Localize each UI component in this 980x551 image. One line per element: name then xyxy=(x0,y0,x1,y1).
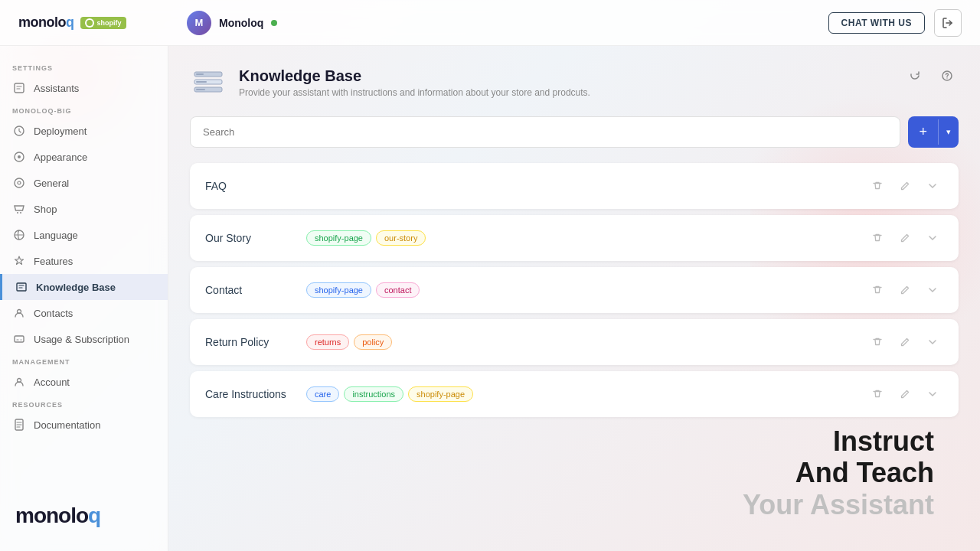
sidebar-item-knowledge-base[interactable]: Knowledge Base xyxy=(0,274,168,300)
shopify-label: shopify xyxy=(97,19,122,27)
expand-our-story-button[interactable] xyxy=(922,227,943,249)
features-icon xyxy=(12,254,26,268)
item-name-care-instructions: Care Instructions xyxy=(205,388,297,400)
svg-point-4 xyxy=(18,155,21,158)
bottom-logo: monoloq xyxy=(15,504,100,528)
tag-shopify-page: shopify-page xyxy=(306,230,371,246)
general-icon xyxy=(12,176,26,190)
delete-care-instructions-button[interactable] xyxy=(867,383,888,405)
sidebar-item-features[interactable]: Features xyxy=(0,248,168,274)
language-icon xyxy=(12,228,26,242)
sidebar-label-features: Features xyxy=(34,256,73,267)
header: monoloq shopify M Monoloq CHAT WITH US xyxy=(0,0,980,46)
sidebar-item-usage-subscription[interactable]: Usage & Subscription xyxy=(0,326,168,352)
exit-icon xyxy=(942,17,954,29)
tag-contact: contact xyxy=(376,282,420,298)
search-row: + ▾ xyxy=(190,116,959,148)
delete-contact-button[interactable] xyxy=(867,279,888,301)
item-actions-return-policy xyxy=(867,331,943,353)
edit-care-instructions-button[interactable] xyxy=(894,383,916,405)
edit-contact-button[interactable] xyxy=(894,279,916,301)
expand-faq-button[interactable] xyxy=(922,175,943,197)
item-name-return-policy: Return Policy xyxy=(205,336,297,348)
sidebar-section-management: MANAGEMENT xyxy=(0,352,168,369)
delete-return-policy-button[interactable] xyxy=(867,331,888,353)
tag-care: care xyxy=(306,386,339,402)
account-icon xyxy=(12,375,26,389)
item-name-contact: Contact xyxy=(205,284,297,296)
svg-rect-19 xyxy=(196,89,205,90)
help-button[interactable] xyxy=(936,64,959,87)
tagline-line2: And Teach xyxy=(743,457,934,488)
edit-faq-button[interactable] xyxy=(894,175,916,197)
refresh-button[interactable] xyxy=(903,64,926,87)
svg-point-5 xyxy=(18,181,21,184)
sidebar-label-assistants: Assistants xyxy=(34,83,79,94)
knowledge-item-return-policy: Return Policy returns policy xyxy=(190,319,959,365)
sidebar-label-account: Account xyxy=(34,377,70,388)
expand-contact-button[interactable] xyxy=(922,279,943,301)
logo-area: monoloq shopify xyxy=(18,15,187,31)
tag-our-story: our-story xyxy=(376,230,426,246)
knowledge-items-list: FAQ Ou xyxy=(190,163,959,417)
delete-our-story-button[interactable] xyxy=(867,227,888,249)
sidebar-label-contacts: Contacts xyxy=(34,308,73,319)
svg-point-6 xyxy=(17,212,18,214)
sidebar-item-shop[interactable]: Shop xyxy=(0,196,168,222)
tag-shopify-page-care: shopify-page xyxy=(408,386,473,402)
tag-policy: policy xyxy=(354,334,392,350)
sidebar-label-usage-subscription: Usage & Subscription xyxy=(34,334,129,345)
knowledge-item-care-instructions: Care Instructions care instructions shop… xyxy=(190,371,959,417)
bottom-logo-q: q xyxy=(88,504,100,527)
sidebar-item-deployment[interactable]: Deployment xyxy=(0,118,168,144)
help-icon xyxy=(941,70,953,82)
sidebar-item-account[interactable]: Account xyxy=(0,369,168,395)
page-title-block: Knowledge Base Provide your assistant wi… xyxy=(239,67,590,98)
contacts-icon xyxy=(12,306,26,320)
page-header: Knowledge Base Provide your assistant wi… xyxy=(190,64,959,101)
shopify-icon xyxy=(85,18,94,28)
sidebar-item-language[interactable]: Language xyxy=(0,222,168,248)
tag-returns: returns xyxy=(306,334,349,350)
add-button[interactable]: + ▾ xyxy=(908,116,959,148)
add-plus-label: + xyxy=(908,116,938,148)
expand-return-policy-button[interactable] xyxy=(922,331,943,353)
knowledge-item-contact: Contact shopify-page contact xyxy=(190,267,959,313)
avatar: M xyxy=(187,11,211,35)
search-input[interactable] xyxy=(190,116,900,148)
knowledge-item-faq: FAQ xyxy=(190,163,959,209)
svg-rect-17 xyxy=(196,73,204,75)
item-actions-contact xyxy=(867,279,943,301)
exit-button[interactable] xyxy=(934,9,962,37)
sidebar-label-deployment: Deployment xyxy=(34,126,87,137)
sidebar-label-knowledge-base: Knowledge Base xyxy=(36,282,116,293)
sidebar-item-general[interactable]: General xyxy=(0,170,168,196)
sidebar-item-contacts[interactable]: Contacts xyxy=(0,300,168,326)
delete-faq-button[interactable] xyxy=(867,175,888,197)
sidebar-item-assistants[interactable]: Assistants xyxy=(0,75,168,101)
logo-text: monoloq xyxy=(18,15,74,31)
sidebar-label-shop: Shop xyxy=(34,204,57,215)
svg-rect-11 xyxy=(15,336,24,342)
avatar-initial: M xyxy=(195,17,204,28)
chat-with-us-button[interactable]: CHAT WITH US xyxy=(828,12,925,34)
tag-instructions: instructions xyxy=(344,386,403,402)
edit-our-story-button[interactable] xyxy=(894,227,916,249)
knowledge-base-icon xyxy=(15,280,28,294)
expand-care-instructions-button[interactable] xyxy=(922,383,943,405)
item-tags-contact: shopify-page contact xyxy=(306,282,858,298)
sidebar: SETTINGS Assistants MONOLOQ-BIG Deployme… xyxy=(0,46,168,551)
page-subtitle: Provide your assistant with instructions… xyxy=(239,87,590,98)
usage-subscription-icon xyxy=(12,332,26,346)
sidebar-item-appearance[interactable]: Appearance xyxy=(0,144,168,170)
refresh-icon xyxy=(909,70,921,82)
sidebar-section-monoloq: MONOLOQ-BIG xyxy=(0,101,168,118)
edit-return-policy-button[interactable] xyxy=(894,331,916,353)
sidebar-item-documentation[interactable]: Documentation xyxy=(0,412,168,438)
deployment-icon xyxy=(12,124,26,138)
svg-point-21 xyxy=(946,77,947,78)
page-header-left: Knowledge Base Provide your assistant wi… xyxy=(190,64,590,101)
sidebar-label-language: Language xyxy=(34,230,78,241)
add-chevron-icon: ▾ xyxy=(938,119,959,145)
shop-icon xyxy=(12,202,26,216)
